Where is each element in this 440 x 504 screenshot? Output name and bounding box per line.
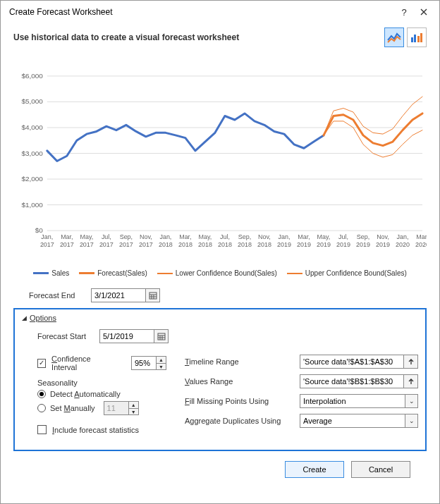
- aggregate-dropdown-button[interactable]: ⌄: [405, 414, 418, 428]
- svg-text:2018: 2018: [178, 241, 192, 248]
- svg-text:2017: 2017: [119, 241, 133, 248]
- svg-text:2018: 2018: [198, 241, 212, 248]
- svg-text:2019: 2019: [297, 241, 311, 248]
- values-range-picker-button[interactable]: [404, 374, 418, 388]
- svg-rect-1: [414, 35, 416, 42]
- fill-missing-select[interactable]: [300, 394, 405, 408]
- svg-text:2017: 2017: [40, 241, 54, 248]
- line-chart-icon: [387, 32, 401, 43]
- svg-text:Jan,: Jan,: [159, 233, 171, 240]
- values-range-input[interactable]: [300, 374, 404, 388]
- svg-text:2018: 2018: [218, 241, 232, 248]
- svg-text:2018: 2018: [257, 241, 271, 248]
- forecast-start-row: Forecast Start: [22, 329, 418, 343]
- svg-text:Nov,: Nov,: [140, 233, 152, 240]
- legend-forecast-label: Forecast(Sales): [97, 269, 147, 277]
- legend-forecast: Forecast(Sales): [79, 269, 147, 277]
- svg-text:May,: May,: [317, 233, 331, 240]
- seasonality-title: Seasonality: [37, 379, 166, 387]
- svg-text:Jul,: Jul,: [338, 233, 348, 240]
- close-icon: [420, 8, 427, 16]
- confidence-interval-label: Confidence Interval: [51, 355, 113, 371]
- svg-text:$3,000: $3,000: [21, 149, 43, 157]
- detect-auto-label: Detect Automatically: [50, 390, 121, 398]
- forecast-start-calendar-button[interactable]: [154, 329, 169, 343]
- chart-area: $0$1,000$2,000$3,000$4,000$5,000$6,000Ja…: [1, 50, 439, 283]
- forecast-dialog: Create Forecast Worksheet ? Use historic…: [0, 0, 440, 504]
- forecast-end-row: Forecast End: [13, 288, 427, 302]
- conf-spin-down[interactable]: ▼: [157, 363, 166, 370]
- close-button[interactable]: [414, 4, 434, 20]
- dialog-buttons: Create Cancel: [13, 451, 427, 478]
- svg-text:Jul,: Jul,: [102, 233, 111, 240]
- conf-spin-up[interactable]: ▲: [157, 356, 166, 363]
- options-toggle[interactable]: ◢ Options: [22, 314, 418, 322]
- fill-missing-dropdown-button[interactable]: ⌄: [405, 394, 418, 408]
- svg-text:Jan,: Jan,: [41, 233, 53, 240]
- svg-text:$6,000: $6,000: [21, 72, 43, 80]
- legend-lower: Lower Confidence Bound(Sales): [157, 269, 277, 277]
- svg-text:2017: 2017: [60, 241, 74, 248]
- calendar-icon: [157, 332, 166, 340]
- legend-sales-label: Sales: [51, 269, 69, 277]
- forecast-start-label: Forecast Start: [22, 332, 99, 340]
- forecast-end-input[interactable]: [91, 288, 146, 302]
- svg-rect-3: [420, 33, 422, 42]
- caret-icon: ◢: [22, 314, 27, 321]
- svg-text:2017: 2017: [139, 241, 153, 248]
- svg-text:Mar,: Mar,: [61, 233, 73, 240]
- svg-text:Sep,: Sep,: [357, 233, 369, 240]
- cancel-button[interactable]: Cancel: [351, 461, 410, 478]
- manual-spin-up[interactable]: ▲: [129, 401, 139, 408]
- line-chart-button[interactable]: [384, 27, 404, 47]
- set-manually-radio[interactable]: [37, 404, 46, 412]
- svg-text:2019: 2019: [277, 241, 291, 248]
- svg-text:May,: May,: [80, 233, 93, 240]
- confidence-interval-checkbox[interactable]: ✓: [37, 359, 46, 368]
- svg-text:Sep,: Sep,: [120, 233, 133, 240]
- forecast-start-input[interactable]: [99, 329, 154, 343]
- svg-text:Mar,: Mar,: [179, 233, 191, 240]
- svg-text:2019: 2019: [317, 241, 331, 248]
- include-stats-label: Include forecast statistics: [52, 426, 139, 434]
- manual-spin-down[interactable]: ▼: [129, 408, 139, 415]
- options-panel: ◢ Options Forecast Start ✓ Confidence In…: [13, 308, 427, 451]
- forecast-end-calendar-button[interactable]: [146, 288, 160, 302]
- legend-lower-label: Lower Confidence Bound(Sales): [176, 269, 277, 277]
- options-header-label: Options: [30, 314, 56, 322]
- chart-legend: Sales Forecast(Sales) Lower Confidence B…: [13, 269, 427, 277]
- svg-text:Jul,: Jul,: [220, 233, 230, 240]
- calendar-icon: [149, 291, 157, 300]
- aggregate-select[interactable]: [300, 414, 405, 428]
- svg-text:Sep,: Sep,: [238, 233, 251, 240]
- bar-chart-button[interactable]: [407, 27, 427, 47]
- svg-text:Nov,: Nov,: [377, 233, 389, 240]
- values-range-label: Values Range: [185, 377, 294, 386]
- help-button[interactable]: ?: [394, 4, 414, 20]
- detect-auto-radio[interactable]: [37, 390, 46, 398]
- svg-text:2020: 2020: [415, 241, 427, 248]
- include-stats-checkbox[interactable]: [37, 425, 47, 434]
- range-picker-icon: [408, 358, 415, 365]
- svg-text:2020: 2020: [396, 241, 410, 248]
- svg-rect-63: [158, 333, 165, 340]
- confidence-interval-input[interactable]: [131, 356, 157, 370]
- svg-text:May,: May,: [199, 233, 212, 240]
- create-button[interactable]: Create: [285, 461, 344, 478]
- forecast-chart: $0$1,000$2,000$3,000$4,000$5,000$6,000Ja…: [13, 53, 427, 268]
- titlebar: Create Forecast Worksheet ?: [1, 1, 439, 23]
- set-manually-label: Set Manually: [50, 404, 95, 412]
- svg-text:Nov,: Nov,: [258, 233, 271, 240]
- svg-text:$5,000: $5,000: [21, 97, 43, 105]
- legend-upper: Upper Confidence Bound(Sales): [287, 269, 407, 277]
- svg-text:$2,000: $2,000: [21, 175, 43, 183]
- seasonality-manual-input: [104, 401, 129, 415]
- timeline-range-label: Timeline Range: [185, 357, 294, 366]
- fill-missing-label: Fill Missing Points Using: [185, 397, 294, 405]
- svg-text:$4,000: $4,000: [21, 123, 43, 131]
- range-picker-icon: [408, 378, 415, 385]
- legend-sales: Sales: [33, 269, 69, 277]
- timeline-range-picker-button[interactable]: [404, 355, 418, 369]
- timeline-range-input[interactable]: [300, 355, 404, 369]
- svg-text:2019: 2019: [356, 241, 370, 248]
